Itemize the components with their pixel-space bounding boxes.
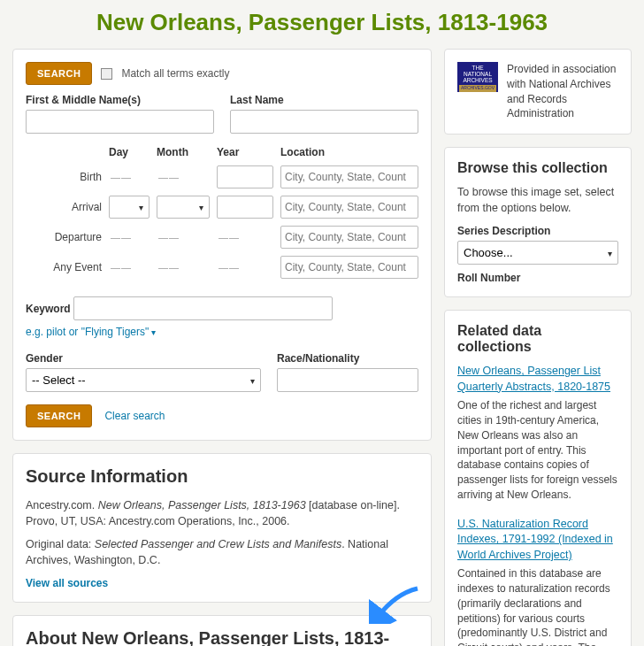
birth-month: —— [157,165,210,188]
source-original: Original data: Selected Passenger and Cr… [26,536,418,568]
birth-location-input[interactable] [280,165,418,188]
related-heading: Related data collections [457,323,618,355]
related-desc-2: Contained in this database are indexes t… [457,566,618,646]
location-header: Location [280,146,418,158]
departure-location-input[interactable] [280,226,418,249]
race-label: Race/Nationality [277,352,418,365]
last-name-label: Last Name [230,94,418,106]
source-heading: Source Information [26,466,418,487]
birth-year-input[interactable] [217,165,273,188]
related-link-2[interactable]: U.S. Naturalization Record Indexes, 1791… [457,517,618,564]
arrival-day-select[interactable] [109,196,150,219]
source-citation: Ancestry.com. New Orleans, Passenger Lis… [26,497,418,529]
any-location-input[interactable] [280,256,418,279]
match-all-checkbox[interactable] [101,68,112,80]
birth-day: —— [109,165,150,188]
gender-select[interactable]: -- Select -- [26,368,261,392]
first-name-input[interactable] [26,110,214,134]
last-name-input[interactable] [230,110,418,134]
view-all-sources-link[interactable]: View all sources [26,577,108,589]
month-header: Month [157,146,210,158]
related-desc-1: One of the richest and largest cities in… [457,398,618,503]
gender-label: Gender [26,352,261,365]
source-panel: Source Information Ancestry.com. New Orl… [12,453,432,603]
match-all-label: Match all terms exactly [121,67,229,80]
keyword-example[interactable]: e.g. pilot or "Flying Tigers"▾ [26,326,418,338]
any-month: —— [157,256,210,279]
browse-text: To browse this image set, select from th… [457,185,618,216]
any-day: —— [109,256,150,279]
series-select[interactable]: Choose... [457,241,618,265]
about-panel: About New Orleans, Passenger Lists, 1813… [12,615,432,647]
departure-month: —— [157,226,210,249]
association-text: Provided in association with National Ar… [507,62,618,121]
departure-label: Departure [26,231,102,243]
departure-year: —— [217,226,273,249]
race-input[interactable] [277,368,418,392]
search-button-top[interactable]: SEARCH [26,62,92,85]
search-button-bottom[interactable]: SEARCH [26,404,92,427]
first-name-label: First & Middle Name(s) [26,94,214,106]
arrival-location-input[interactable] [280,196,418,219]
clear-search-link[interactable]: Clear search [104,410,165,422]
page-title: New Orleans, Passenger Lists, 1813-1963 [12,0,632,49]
related-panel: Related data collections New Orleans, Pa… [444,310,632,646]
related-link-1[interactable]: New Orleans, Passenger List Quarterly Ab… [457,364,618,395]
any-event-label: Any Event [26,261,102,273]
browse-heading: Browse this collection [457,160,618,176]
arrival-month-select[interactable] [157,196,210,219]
departure-day: —— [109,226,150,249]
arrival-label: Arrival [26,201,102,213]
birth-label: Birth [26,171,102,183]
search-panel: SEARCH Match all terms exactly First & M… [12,49,432,441]
year-header: Year [217,146,273,158]
association-panel: THE NATIONAL ARCHIVES ARCHIVES.GOV Provi… [444,49,632,135]
arrival-year-input[interactable] [217,196,273,219]
keyword-label: Keyword [26,303,71,315]
roll-label: Roll Number [457,272,618,284]
any-year: —— [217,256,273,279]
about-heading: About New Orleans, Passenger Lists, 1813… [26,628,418,647]
keyword-input[interactable] [73,296,333,320]
national-archives-badge: THE NATIONAL ARCHIVES ARCHIVES.GOV [457,62,498,92]
day-header: Day [109,146,150,158]
series-label: Series Description [457,225,618,237]
browse-panel: Browse this collection To browse this im… [444,147,632,297]
chevron-down-icon: ▾ [151,327,156,337]
